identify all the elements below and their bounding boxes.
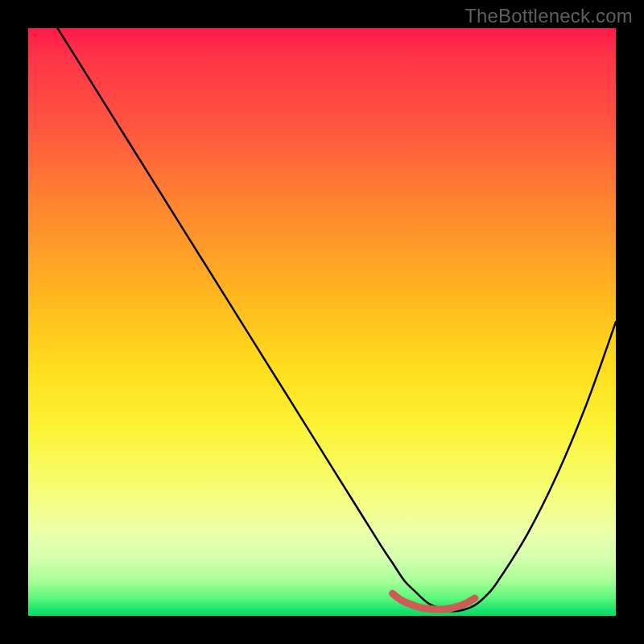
bottleneck-curve [28,28,616,611]
chart-frame: TheBottleneck.com [0,0,644,644]
chart-svg [28,28,616,616]
watermark-text: TheBottleneck.com [464,5,633,27]
optimal-zone-curve [393,593,475,609]
plot-area [28,28,616,616]
